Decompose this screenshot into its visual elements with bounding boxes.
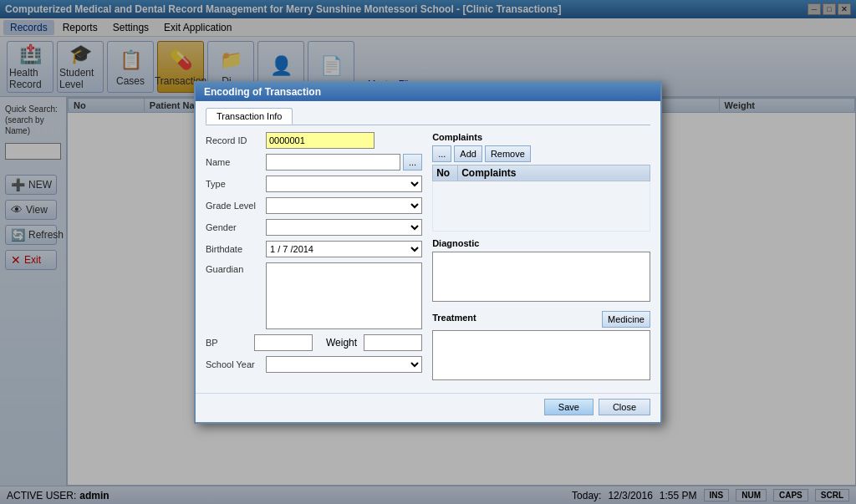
diagnostic-section: Diagnostic — [432, 238, 650, 304]
tab-header: Transaction Info — [206, 108, 650, 125]
modal-overlay: Encoding of Transaction Transaction Info… — [0, 0, 856, 504]
name-input[interactable] — [266, 154, 400, 171]
treatment-textarea[interactable] — [432, 330, 650, 380]
gender-select[interactable] — [266, 219, 422, 236]
complaints-add-button[interactable]: Add — [454, 145, 482, 162]
form-right: Complaints ... Add Remove No Complaints — [432, 132, 650, 383]
weight-input[interactable] — [364, 334, 422, 351]
bp-label: BP — [206, 338, 247, 348]
medicine-button[interactable]: Medicine — [602, 311, 650, 328]
grade-level-row: Grade Level — [206, 197, 422, 214]
name-row: Name ... — [206, 154, 422, 171]
complaints-remove-button[interactable]: Remove — [485, 145, 531, 162]
birthdate-select[interactable]: 1 / 7 /2014 — [266, 241, 422, 257]
diagnostic-textarea[interactable] — [432, 252, 650, 302]
type-label: Type — [206, 179, 266, 189]
diagnostic-title: Diagnostic — [432, 238, 650, 248]
school-year-select[interactable] — [266, 356, 422, 373]
grade-level-select[interactable] — [266, 197, 422, 214]
guardian-row: Guardian — [206, 262, 422, 329]
bp-input[interactable] — [254, 334, 313, 351]
treatment-title: Treatment — [432, 313, 476, 323]
school-year-row: School Year — [206, 356, 422, 373]
weight-label: Weight — [326, 337, 357, 349]
bp-weight-row: BP Weight — [206, 334, 422, 351]
complaints-col-complaints: Complaints — [458, 165, 650, 181]
dialog-title-text: Encoding of Transaction — [204, 86, 321, 98]
gender-label: Gender — [206, 222, 266, 232]
record-id-row: Record ID — [206, 132, 422, 149]
grade-level-label: Grade Level — [206, 201, 266, 211]
complaints-table: No Complaints — [432, 165, 650, 232]
complaints-title: Complaints — [432, 132, 650, 142]
complaints-toolbar: ... Add Remove — [432, 145, 650, 162]
complaints-browse-button[interactable]: ... — [432, 145, 451, 162]
complaints-row-empty — [433, 181, 650, 231]
complaints-col-no: No — [433, 165, 458, 181]
tab-transaction-info[interactable]: Transaction Info — [206, 108, 293, 125]
treatment-section: Treatment Medicine — [432, 311, 650, 383]
close-button[interactable]: Close — [599, 399, 650, 415]
encoding-dialog: Encoding of Transaction Transaction Info… — [194, 81, 662, 424]
dialog-content: Transaction Info Record ID Name ... — [196, 101, 660, 393]
save-button[interactable]: Save — [544, 399, 594, 415]
type-row: Type — [206, 176, 422, 192]
form-left: Record ID Name ... Type — [206, 132, 422, 383]
guardian-textarea[interactable] — [266, 262, 422, 329]
record-id-input[interactable] — [266, 132, 374, 149]
dialog-footer: Save Close — [196, 393, 660, 422]
type-select[interactable] — [266, 176, 422, 192]
birthdate-row: Birthdate 1 / 7 /2014 — [206, 241, 422, 257]
name-label: Name — [206, 157, 266, 167]
form-body: Record ID Name ... Type — [206, 132, 650, 383]
dialog-title-bar: Encoding of Transaction — [196, 83, 660, 101]
record-id-label: Record ID — [206, 135, 266, 145]
guardian-label: Guardian — [206, 262, 266, 274]
birthdate-label: Birthdate — [206, 244, 266, 254]
name-search-button[interactable]: ... — [403, 154, 422, 171]
gender-row: Gender — [206, 219, 422, 236]
school-year-label: School Year — [206, 359, 266, 369]
complaints-section: Complaints ... Add Remove No Complaints — [432, 132, 650, 232]
